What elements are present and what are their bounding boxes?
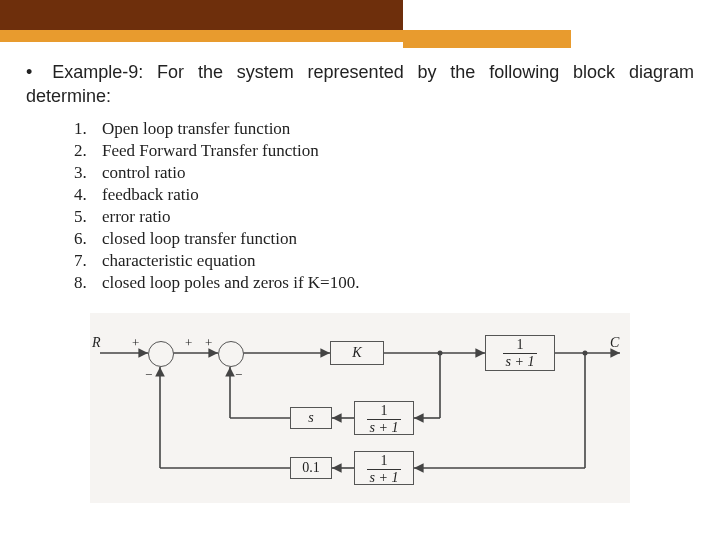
block-diagram: R + C + − + − K 1 s + 1 s 1 s + 1 0.1 <box>90 313 630 503</box>
bullet-icon: • <box>26 62 32 82</box>
list-item: 4.feedback ratio <box>74 185 694 205</box>
plus-sign: + <box>185 335 192 351</box>
input-label: R <box>92 335 101 351</box>
output-label: C <box>610 335 619 351</box>
plus-sign: + <box>132 335 139 351</box>
list-item: 3.control ratio <box>74 163 694 183</box>
block-outer-feedback-tf: 1 s + 1 <box>354 451 414 485</box>
list-item: 7.characteristic equation <box>74 251 694 271</box>
block-inner-feedback-s: s <box>290 407 332 429</box>
list-item: 6.closed loop transfer function <box>74 229 694 249</box>
block-inner-feedback-tf: 1 s + 1 <box>354 401 414 435</box>
list-item: 1.Open loop transfer function <box>74 119 694 139</box>
example-prompt: • Example-9: For the system represented … <box>26 60 694 109</box>
plus-sign: + <box>205 335 212 351</box>
block-forward-tf: 1 s + 1 <box>485 335 555 371</box>
list-item: 2.Feed Forward Transfer function <box>74 141 694 161</box>
minus-sign: − <box>235 367 242 383</box>
svg-point-16 <box>583 350 588 355</box>
list-item: 5.error ratio <box>74 207 694 227</box>
slide-content: • Example-9: For the system represented … <box>0 48 720 503</box>
svg-point-15 <box>438 350 443 355</box>
question-list: 1.Open loop transfer function 2.Feed For… <box>74 119 694 293</box>
prompt-text: Example-9: For the system represented by… <box>26 62 694 106</box>
slide-header-decoration <box>0 0 720 48</box>
minus-sign: − <box>145 367 152 383</box>
summing-junction-2 <box>218 341 244 367</box>
summing-junction-1 <box>148 341 174 367</box>
block-outer-feedback-gain: 0.1 <box>290 457 332 479</box>
block-K: K <box>330 341 384 365</box>
list-item: 8.closed loop poles and zeros if K=100. <box>74 273 694 293</box>
